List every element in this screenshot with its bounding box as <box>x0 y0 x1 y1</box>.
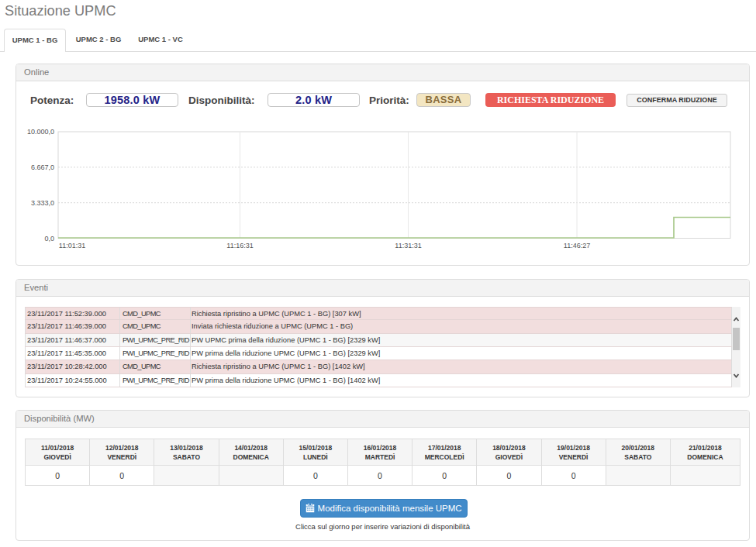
svg-text:11:01:31: 11:01:31 <box>59 242 85 249</box>
svg-text:0,0: 0,0 <box>44 235 54 243</box>
svg-text:3.333,0: 3.333,0 <box>31 199 54 207</box>
svg-text:6.667,0: 6.667,0 <box>31 163 54 171</box>
svg-text:10.000,0: 10.000,0 <box>27 128 54 136</box>
svg-text:11:46:27: 11:46:27 <box>564 242 590 249</box>
svg-text:11:16:31: 11:16:31 <box>226 242 253 249</box>
svg-text:11:31:31: 11:31:31 <box>395 242 421 249</box>
